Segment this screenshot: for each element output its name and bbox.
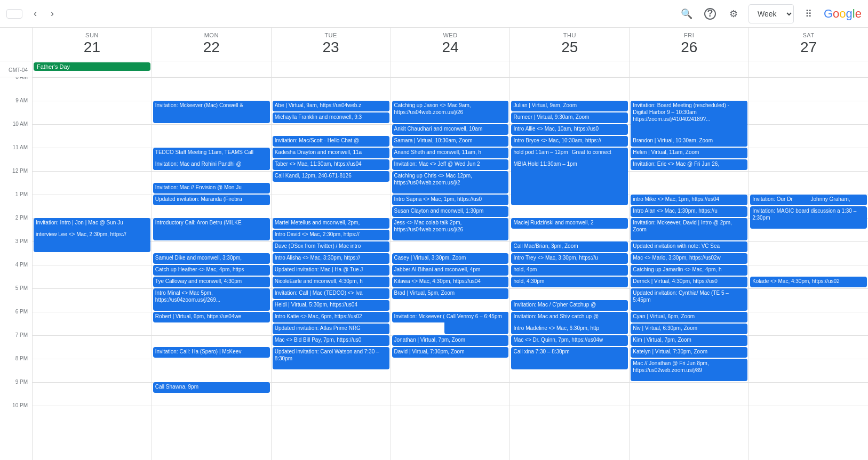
day-header-fri: FRI 26: [629, 28, 748, 61]
search-button[interactable]: 🔍: [676, 3, 697, 25]
calendar-event[interactable]: Kolade <> Mac, 4:30pm, https://us02: [750, 277, 867, 287]
time-10pm: 10 PM: [0, 402, 32, 426]
calendar-event[interactable]: Anand Sheth and mconwell, 11am, h: [392, 148, 509, 158]
calendar-event[interactable]: intro Mike <> Mac, 1pm, https://us04: [631, 195, 747, 205]
calendar-event[interactable]: interview Lee <> Mac, 2:30pm, https://: [34, 230, 150, 252]
calendar-event[interactable]: Updated invitation: Atlas Prime NRG: [273, 324, 389, 334]
calendar-event[interactable]: Invitation: Mckeever (Mac) Conwell &: [153, 101, 270, 123]
calendar-event[interactable]: David | Virtual, 7:30pm, Zoom: [392, 347, 509, 358]
calendar-event[interactable]: Call Venroy 6 – 6:45pm: [444, 312, 509, 334]
apps-button[interactable]: ⠿: [798, 3, 819, 25]
time-6pm: 6 PM: [0, 309, 32, 332]
hour-line: [749, 77, 868, 78]
calendar-event[interactable]: Intro Alan <> Mac, 1:30pm, https://u: [631, 206, 747, 217]
calendar-event[interactable]: Rumeer | Virtual, 9:30am, Zoom: [511, 112, 628, 123]
calendar-event[interactable]: Maciej Rudziński and mconwell, 2: [511, 218, 628, 229]
calendar-event[interactable]: Kim | Virtual, 7pm, Zoom: [631, 335, 747, 346]
calendar-event[interactable]: Intro Bryce <> Mac, 10:30am, https://: [511, 136, 628, 147]
calendar-event[interactable]: Updated invitation: Mac | Ha @ Tue J: [273, 265, 389, 276]
hour-line: [152, 406, 271, 406]
calendar-event[interactable]: Abe | Virtual, 9am, https://us04web.z: [273, 101, 389, 111]
calendar-event[interactable]: hold, 4pm: [511, 265, 628, 276]
hour-line: [510, 288, 629, 289]
calendar-event[interactable]: Invitation: Mac // Envision @ Mon Ju: [153, 183, 270, 193]
calendar-event[interactable]: Invitation: Mac/Scott - Hello Chat @: [273, 136, 389, 147]
calendar-event[interactable]: Invitation: Eric <> Mac @ Fri Jun 26,: [631, 159, 747, 170]
calendar-event[interactable]: Ankit Chaudhari and mconwell, 10am: [392, 124, 509, 135]
calendar-event[interactable]: Michaylla Franklin and mconwell, 9:3: [273, 112, 389, 123]
settings-button[interactable]: ⚙: [723, 3, 744, 25]
calendar-event[interactable]: Call Kandi, 12pm, 240-671-8126: [273, 171, 389, 182]
calendar-event[interactable]: Catching up Chris <> Mac 12pm, https://u…: [392, 171, 509, 193]
calendar-event[interactable]: Samuel Dike and mconwell, 3:30pm,: [153, 253, 270, 264]
calendar-event[interactable]: NicoleEarle and mconwell, 4:30pm, h: [273, 277, 389, 287]
calendar-event[interactable]: Invitation: Mac / C'pher Catchup @: [511, 300, 628, 311]
calendar-event[interactable]: Intro Madeline <> Mac, 6:30pm, http: [511, 324, 628, 334]
calendar-event[interactable]: Intro Trey <> Mac, 3:30pm, https://u: [511, 253, 628, 264]
calendar-event[interactable]: Samara | Virtual, 10:30am, Zoom: [392, 136, 509, 147]
calendar-event[interactable]: Derrick | Virtual, 4:30pm, https://us0: [631, 277, 747, 287]
calendar-event[interactable]: Helen | Virtual, 11am, Zoom: [631, 148, 747, 158]
calendar-event[interactable]: Invitation: Call: Ha (Spero) | McKeev: [153, 347, 270, 358]
calendar-event[interactable]: Casey | Virtual, 3:30pm, Zoom: [392, 253, 509, 264]
calendar-event[interactable]: Catching up Jamarlin <> Mac, 4pm, h: [631, 265, 747, 276]
calendar-event[interactable]: Mac <> Mario, 3:30pm, https://us02w: [631, 253, 747, 264]
calendar-event[interactable]: Mac // Jonathan @ Fri Jun 8pm, https://u…: [631, 359, 747, 381]
fathers-day-event[interactable]: Father's Day: [34, 62, 150, 71]
calendar-event[interactable]: Johnny Graham,: [809, 195, 867, 205]
next-arrow[interactable]: ›: [44, 5, 61, 22]
calendar-event[interactable]: Jess <> Mac colab talk 2pm, https://us04…: [392, 218, 509, 240]
calendar-event[interactable]: Catching up Jason <> Mac 9am, https://us…: [392, 101, 509, 123]
calendar-event[interactable]: Brad | Virtual, 5pm, Zoom: [392, 288, 509, 299]
calendar-event[interactable]: Katelyn | Virtual, 7:30pm, Zoom: [631, 347, 747, 358]
calendar-event[interactable]: Taber <> Mac, 11:30am, https://us04: [273, 159, 389, 170]
calendar-event[interactable]: Susan Clayton and mconwell, 1:30pm: [392, 206, 509, 217]
calendar-event[interactable]: Jabber Al-Bihani and mconwell, 4pm: [392, 265, 509, 276]
calendar-event[interactable]: Updated invitation: Maranda (Firebra: [153, 195, 270, 205]
calendar-event[interactable]: Intro David <> Mac, 2:30pm, https://: [273, 230, 389, 240]
calendar-event[interactable]: Updated invitation with note: VC Sea: [631, 241, 747, 252]
calendar-event[interactable]: Jonathan | Virtual, 7pm, Zoom: [392, 335, 509, 346]
timezone-label: GMT-04: [0, 61, 32, 77]
calendar-event[interactable]: Intro Sapna <> Mac, 1pm, https://us0: [392, 195, 509, 205]
calendar-event[interactable]: Intro Minal <> Mac 5pm, https://us04zoom…: [153, 288, 270, 311]
calendar-event[interactable]: Robert | Virtual, 6pm, https://us04we: [153, 312, 270, 322]
calendar-event[interactable]: Dave (DSox from Twitter) / Mac intro: [273, 241, 389, 252]
calendar-event[interactable]: Tye Calloway and mconwell, 4:30pm: [153, 277, 270, 287]
time-4pm: 4 PM: [0, 262, 32, 285]
calendar-event[interactable]: hold, 4:30pm: [511, 277, 628, 287]
calendar-event[interactable]: Call Shawna, 9pm: [153, 382, 270, 393]
calendar-event[interactable]: Martel Metellus and mconwell, 2pm,: [273, 218, 389, 229]
prev-arrow[interactable]: ‹: [27, 5, 44, 22]
search-icon: 🔍: [681, 8, 692, 20]
help-button[interactable]: ?: [699, 3, 721, 25]
calendar-event[interactable]: MBIA Hold 11:30am – 1pm: [511, 159, 628, 205]
calendar-event[interactable]: Intro Katie <> Mac, 6pm, https://us02: [273, 312, 389, 322]
calendar-event[interactable]: Invitation: MAGIC board discussion a 1:3…: [750, 206, 867, 229]
calendar-event[interactable]: Updated invitation: Carol Watson and 7:3…: [273, 347, 389, 369]
calendar-event[interactable]: Mac <> Bid Bill Pay, 7pm, https://us0: [273, 335, 389, 346]
calendar-event[interactable]: Brandon | Virtual, 10:30am, Zoom: [631, 136, 747, 147]
today-button[interactable]: [6, 9, 22, 19]
calendar-event[interactable]: Updated invitation: Cynthia/ Mac (TE 5 –…: [631, 288, 747, 311]
calendar-event[interactable]: Kitawa <> Mac, 4:30pm, https://us04: [392, 277, 509, 287]
calendar-event[interactable]: Call Mac/Brian, 3pm, Zoom: [511, 241, 628, 252]
calendar-event[interactable]: Intro Allie <> Mac, 10am, https://us0: [511, 124, 628, 135]
calendar-event[interactable]: Cyan | Virtual, 6pm, Zoom: [631, 312, 747, 322]
day-header-mon: MON 22: [152, 28, 271, 61]
calendar-event[interactable]: Mac <> Dr. Quinn, 7pm, https://us04w: [511, 335, 628, 346]
calendar-event[interactable]: Call xina 7:30 – 8:30pm: [511, 347, 628, 369]
calendar-event[interactable]: Invitation: Mckeever, David | Intro @ 2p…: [631, 218, 747, 240]
calendar-event[interactable]: Intro Alisha <> Mac, 3:30pm, https://: [273, 253, 389, 264]
calendar-event[interactable]: Invitation: Mac <> Jeff @ Wed Jun 2: [392, 159, 509, 170]
view-selector[interactable]: Week Day Month Year: [748, 4, 794, 23]
calendar-event[interactable]: Invitation: Call | Mac (TEDCO) <> Iva: [273, 288, 389, 299]
calendar-event[interactable]: Heidi | Virtual, 5:30pm, https://us04: [273, 300, 389, 311]
calendar-event[interactable]: Catch up Heather <> Mac, 4pm, https: [153, 265, 270, 276]
calendar-event[interactable]: Kadesha Drayton and mconwell, 11a: [273, 148, 389, 158]
calendar-event[interactable]: Introductory Call: Aron Betru (MILKE: [153, 218, 270, 240]
day-column-tue: Abe | Virtual, 9am, https://us04web.zMic…: [271, 77, 391, 460]
calendar-event[interactable]: Niv | Virtual, 6:30pm, Zoom: [631, 324, 747, 334]
calendar-event[interactable]: Julian | Virtual, 9am, Zoom: [511, 101, 628, 111]
calendar-event[interactable]: Invitation: Mac and Rohini Pandhi @: [153, 159, 270, 170]
